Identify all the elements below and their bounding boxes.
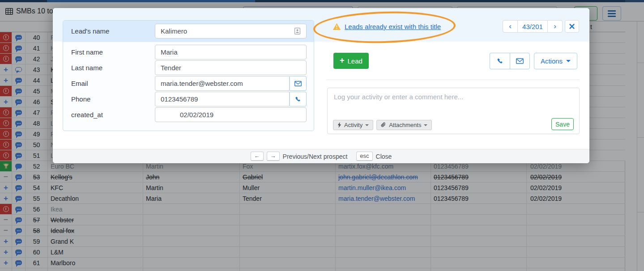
email-label: Email [71, 80, 88, 87]
firstname-label: First name [71, 48, 103, 56]
plus-icon: + [340, 56, 345, 64]
comment-toolbar: Activity Attachments [333, 120, 432, 130]
duplicate-warning: Leads already exist with this title [333, 23, 441, 30]
created-at-input[interactable] [155, 107, 307, 122]
lead-counter: 43/201 [518, 20, 547, 33]
modal-close-button[interactable] [565, 20, 579, 33]
esc-key: esc [356, 152, 372, 161]
envelope-icon [294, 81, 302, 86]
call-button[interactable] [290, 92, 307, 106]
lastname-input[interactable] [155, 60, 307, 75]
duplicate-leads-link[interactable]: Leads already exist with this title [345, 23, 441, 30]
caret-down-icon [365, 124, 369, 126]
phone-input[interactable] [155, 92, 290, 106]
phone-icon [497, 58, 503, 64]
arrow-right-key: → [267, 152, 280, 161]
save-button[interactable]: Save [551, 118, 574, 130]
phone-label: Phone [71, 95, 90, 103]
email-lead-button[interactable] [510, 53, 530, 69]
attachments-label: Attachments [389, 122, 421, 128]
activity-comment-box: Activity Attachments Save [327, 88, 580, 134]
lead-name-row: Lead's name [63, 21, 314, 42]
prev-lead-button[interactable]: ‹ [503, 20, 518, 33]
lead-detail-modal: Lead's name First name Last name Email P… [53, 8, 589, 163]
add-lead-label: Lead [348, 57, 363, 65]
email-input[interactable] [155, 76, 290, 91]
firstname-input[interactable] [155, 45, 307, 59]
lead-name-input[interactable] [155, 24, 307, 38]
created-at-label: created_at [71, 111, 103, 119]
caret-down-icon [566, 60, 571, 62]
contact-card-icon [294, 28, 300, 36]
lastname-label: Last name [71, 64, 102, 72]
modal-footer: ← → Previous/Next prospect esc Close [53, 149, 589, 163]
attachments-dropdown[interactable]: Attachments [376, 120, 432, 130]
comment-textarea[interactable] [328, 88, 579, 116]
next-lead-button[interactable]: › [547, 20, 563, 33]
lead-form-panel: Lead's name First name Last name Email P… [63, 20, 314, 131]
actions-label: Actions [541, 57, 563, 65]
lightning-icon [337, 122, 341, 128]
paperclip-icon [381, 122, 386, 128]
contact-button-group [490, 53, 530, 69]
add-lead-button[interactable]: + Lead [333, 53, 369, 69]
warning-icon [333, 23, 341, 30]
app-screenshot: SMBs 10 to t ! 40 F ! 41 H ! 42 J + 43 [0, 0, 644, 271]
section-divider [327, 80, 580, 80]
phone-icon [295, 96, 301, 102]
lead-pager: ‹ 43/201 › [503, 20, 563, 33]
activity-dropdown[interactable]: Activity [333, 120, 373, 130]
send-email-button[interactable] [290, 76, 307, 91]
lead-name-label: Lead's name [71, 27, 109, 35]
arrow-left-key: ← [251, 152, 264, 161]
close-hint: Close [376, 153, 392, 160]
caret-down-icon [424, 124, 427, 126]
actions-dropdown[interactable]: Actions [534, 53, 577, 69]
activity-label: Activity [344, 122, 363, 128]
envelope-icon [516, 58, 524, 64]
close-icon [569, 24, 575, 29]
prev-next-hint: Previous/Next prospect [283, 153, 348, 160]
call-lead-button[interactable] [490, 53, 510, 69]
